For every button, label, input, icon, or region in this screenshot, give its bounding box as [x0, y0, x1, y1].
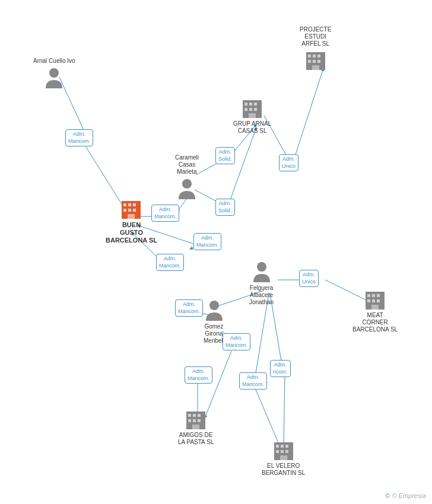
person-icon-gomez	[205, 299, 224, 321]
badge-adm-mancom-6: Adm.Mancom.	[223, 333, 250, 350]
projecte-estudi-label: PROJECTEESTUDIARFEL SL	[300, 26, 331, 47]
meat-corner-label: MEATCORNERBARCELONA SL	[352, 312, 398, 333]
svg-rect-64	[188, 419, 191, 422]
el-velero-label: EL VELEROBERGANTIN SL	[262, 462, 305, 477]
svg-point-51	[209, 301, 219, 310]
svg-rect-29	[123, 209, 126, 212]
svg-rect-72	[276, 450, 279, 453]
svg-rect-75	[280, 455, 287, 460]
diagram-canvas: Arnal Cuello Ivo BUENGUSTOBARCELONA SL	[0, 0, 432, 504]
copyright-symbol: ©	[385, 492, 390, 499]
svg-line-22	[255, 294, 269, 377]
svg-rect-31	[133, 209, 136, 212]
node-carameli: CarameliCasasMarieta	[175, 153, 199, 199]
carameli-label: CarameliCasasMarieta	[175, 154, 199, 176]
svg-rect-30	[128, 209, 131, 212]
svg-rect-71	[285, 445, 288, 448]
svg-rect-67	[192, 425, 199, 429]
svg-line-18	[205, 351, 231, 418]
svg-rect-55	[377, 294, 380, 297]
svg-line-5	[294, 68, 323, 160]
svg-rect-74	[285, 450, 288, 453]
svg-rect-28	[133, 203, 136, 206]
badge-adm-solid-1: Adm.Solid.	[215, 147, 235, 164]
svg-rect-58	[377, 299, 380, 302]
svg-rect-37	[244, 108, 247, 111]
svg-rect-65	[193, 419, 196, 422]
buen-gusto-label: BUENGUSTOBARCELONA SL	[106, 221, 157, 245]
node-arnal-cuello: Arnal Cuello Ivo	[33, 56, 75, 88]
badge-adm-unico-2: Adm.Unico	[299, 270, 319, 287]
building-icon-amigos	[185, 409, 207, 430]
svg-rect-70	[281, 445, 284, 448]
svg-point-50	[257, 262, 266, 272]
svg-point-24	[49, 68, 59, 78]
person-icon-arnal	[45, 67, 63, 88]
building-icon-el-velero	[273, 440, 294, 461]
person-icon-felguera	[252, 261, 271, 282]
badge-adm-mancom-7: Adm.Mancom.	[185, 366, 212, 384]
svg-rect-63	[198, 414, 201, 417]
svg-rect-47	[317, 60, 320, 63]
building-icon-buen-gusto	[120, 199, 142, 220]
node-felguera: FelgueraAlbaceteJonathan	[249, 261, 274, 306]
building-icon-projecte	[305, 50, 326, 71]
svg-rect-45	[308, 60, 311, 63]
svg-rect-62	[193, 414, 196, 417]
badge-adm-mancom-9: Adm.ncom.	[270, 360, 291, 377]
badge-adm-mancom-8: Adm.Mancom.	[239, 372, 267, 390]
badge-adm-mancom-1: Adm.Mancom.	[65, 129, 93, 146]
svg-rect-57	[372, 299, 375, 302]
svg-rect-73	[281, 450, 284, 453]
svg-point-49	[182, 179, 192, 189]
svg-rect-34	[244, 103, 247, 106]
svg-rect-48	[312, 65, 319, 70]
svg-rect-43	[313, 55, 316, 58]
node-amigos-pasta: AMIGOS DELA PASTA SL	[178, 409, 214, 446]
watermark-text: © Empresia	[392, 492, 426, 499]
svg-rect-56	[367, 299, 370, 302]
svg-rect-66	[198, 419, 201, 422]
svg-line-21	[284, 374, 285, 447]
svg-line-20	[254, 385, 280, 447]
watermark: © © Empresia	[385, 492, 426, 499]
svg-rect-59	[371, 305, 379, 310]
node-meat-corner: MEATCORNERBARCELONA SL	[352, 289, 398, 333]
svg-rect-39	[254, 108, 257, 111]
svg-rect-32	[128, 214, 135, 219]
amigos-pasta-label: AMIGOS DELA PASTA SL	[178, 432, 214, 446]
node-gomez: GomezGironaMeribell	[204, 299, 224, 344]
svg-rect-54	[372, 294, 375, 297]
svg-rect-38	[249, 108, 252, 111]
arnal-cuello-label: Arnal Cuello Ivo	[33, 58, 75, 65]
node-grup-arnal: GRUP ARNALCASAS SL	[233, 98, 271, 135]
svg-rect-26	[123, 203, 126, 206]
node-projecte-estudi: PROJECTEESTUDIARFEL SL	[300, 25, 331, 71]
svg-line-4	[228, 127, 256, 205]
svg-rect-44	[317, 55, 320, 58]
building-icon-meat-corner	[364, 289, 386, 311]
badge-adm-mancom-3: Adm.Mancom.	[193, 233, 221, 250]
svg-rect-69	[276, 445, 279, 448]
svg-rect-46	[313, 60, 316, 63]
felguera-label: FelgueraAlbaceteJonathan	[249, 285, 274, 306]
badge-adm-mancom-2: Adm.Mancom.	[151, 205, 179, 222]
svg-rect-27	[128, 203, 131, 206]
badge-adm-unico-1: Adm.Unico	[279, 154, 298, 171]
svg-rect-53	[367, 294, 370, 297]
badge-adm-mancom-4: Adm.Mancom.	[156, 254, 184, 271]
person-icon-carameli	[177, 178, 196, 199]
grup-arnal-label: GRUP ARNALCASAS SL	[233, 120, 271, 135]
building-icon-grup-arnal	[242, 98, 263, 119]
badge-adm-mancom-5: Adm.Mancom.	[175, 299, 203, 317]
svg-rect-40	[249, 113, 256, 118]
svg-rect-42	[308, 55, 311, 58]
svg-rect-61	[188, 414, 191, 417]
badge-adm-solid-2: Adm.Solid.	[215, 199, 235, 216]
gomez-label: GomezGironaMeribell	[204, 323, 224, 344]
node-el-velero: EL VELEROBERGANTIN SL	[262, 440, 305, 477]
node-buen-gusto: BUENGUSTOBARCELONA SL	[106, 199, 157, 245]
svg-rect-35	[249, 103, 252, 106]
svg-rect-36	[254, 103, 257, 106]
